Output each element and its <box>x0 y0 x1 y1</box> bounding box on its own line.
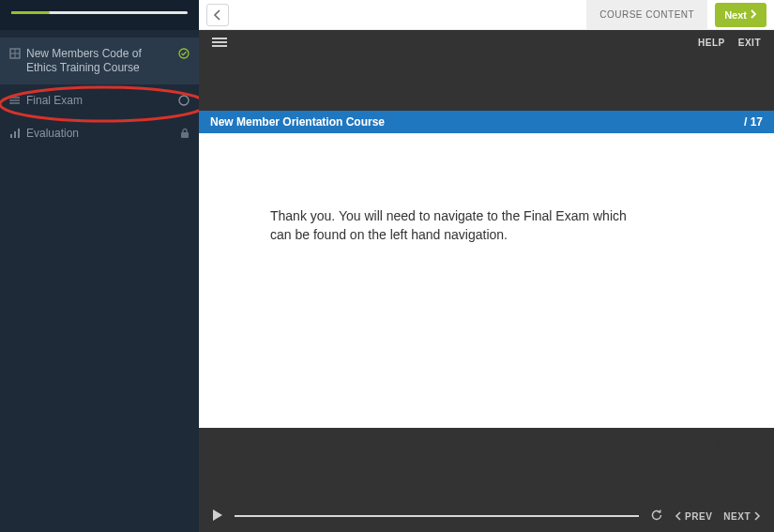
status-locked-icon <box>180 128 190 142</box>
menu-icon[interactable] <box>212 36 227 49</box>
svg-point-8 <box>9 99 11 101</box>
sidebar-item-label: Final Exam <box>26 94 171 108</box>
svg-point-10 <box>179 96 189 105</box>
top-bar: COURSE CONTENT Next <box>199 0 774 30</box>
help-link[interactable]: HELP <box>698 38 725 48</box>
status-in-progress-icon <box>178 95 190 109</box>
svg-rect-12 <box>14 131 16 138</box>
svg-rect-13 <box>18 129 20 138</box>
prev-slide-button[interactable]: PREV <box>675 511 712 522</box>
svg-point-7 <box>9 97 11 99</box>
sidebar: New Members Code of Ethics Training Cour… <box>0 0 199 532</box>
chevron-right-icon <box>751 9 757 21</box>
sidebar-item-evaluation[interactable]: Evaluation <box>0 117 199 150</box>
player-controls: PREV NEXT <box>199 500 774 532</box>
sidebar-item-ethics-course[interactable]: New Members Code of Ethics Training Cour… <box>0 38 199 84</box>
slide-body-text: Thank you. You will need to navigate to … <box>270 206 627 244</box>
player-header: HELP EXIT <box>199 30 774 54</box>
exam-icon <box>9 95 21 109</box>
sidebar-item-label: New Members Code of Ethics Training Cour… <box>26 47 171 75</box>
slide-title: New Member Orientation Course <box>210 115 385 129</box>
status-complete-icon <box>178 48 190 62</box>
svg-rect-14 <box>181 132 189 138</box>
slide-title-bar: New Member Orientation Course / 17 <box>199 111 774 133</box>
next-button-label: Next <box>724 9 747 21</box>
player: HELP EXIT New Member Orientation Course … <box>199 30 774 532</box>
course-icon <box>9 48 21 62</box>
progress-bar <box>0 0 199 30</box>
main-area: COURSE CONTENT Next HELP EXIT New Member… <box>199 0 774 532</box>
next-label: NEXT <box>723 511 751 522</box>
prev-label: PREV <box>685 511 712 522</box>
play-button[interactable] <box>212 509 223 524</box>
svg-point-9 <box>9 102 11 104</box>
slide-body: Thank you. You will need to navigate to … <box>199 133 774 428</box>
page-indicator: / 17 <box>744 115 763 129</box>
replay-button[interactable] <box>650 509 663 524</box>
next-slide-button[interactable]: NEXT <box>723 511 761 522</box>
seek-bar[interactable] <box>235 515 639 517</box>
sidebar-item-final-exam[interactable]: Final Exam <box>0 84 199 117</box>
svg-rect-11 <box>10 134 12 138</box>
back-button[interactable] <box>206 4 229 26</box>
course-content-button[interactable]: COURSE CONTENT <box>586 0 707 29</box>
evaluation-icon <box>9 128 21 142</box>
next-button[interactable]: Next <box>715 3 766 27</box>
exit-link[interactable]: EXIT <box>738 38 761 48</box>
sidebar-list: New Members Code of Ethics Training Cour… <box>0 38 199 150</box>
sidebar-item-label: Evaluation <box>26 127 171 141</box>
slide-area: New Member Orientation Course / 17 Thank… <box>199 54 774 500</box>
